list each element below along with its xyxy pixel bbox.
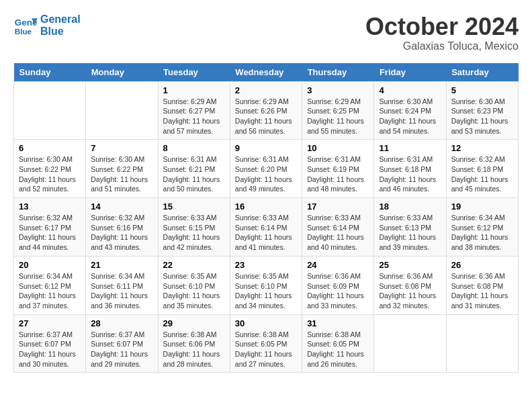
day-number: 31 [307, 318, 369, 328]
day-cell: 5Sunrise: 6:30 AM Sunset: 6:23 PM Daylig… [446, 81, 518, 140]
day-number: 4 [379, 85, 441, 95]
day-info: Sunrise: 6:36 AM Sunset: 6:08 PM Dayligh… [451, 272, 508, 310]
day-cell: 11Sunrise: 6:31 AM Sunset: 6:18 PM Dayli… [374, 140, 446, 198]
day-info: Sunrise: 6:38 AM Sunset: 6:05 PM Dayligh… [307, 330, 364, 368]
week-row-5: 27Sunrise: 6:37 AM Sunset: 6:07 PM Dayli… [14, 314, 519, 373]
day-number: 30 [235, 318, 297, 328]
day-number: 9 [235, 143, 297, 153]
day-info: Sunrise: 6:35 AM Sunset: 6:10 PM Dayligh… [163, 272, 220, 310]
day-info: Sunrise: 6:32 AM Sunset: 6:16 PM Dayligh… [91, 214, 148, 251]
day-cell: 16Sunrise: 6:33 AM Sunset: 6:14 PM Dayli… [230, 198, 302, 257]
day-cell: 14Sunrise: 6:32 AM Sunset: 6:16 PM Dayli… [86, 198, 158, 257]
day-number: 19 [451, 201, 513, 212]
day-number: 29 [163, 318, 225, 328]
week-row-4: 20Sunrise: 6:34 AM Sunset: 6:12 PM Dayli… [14, 256, 519, 314]
svg-text:Blue: Blue [15, 27, 32, 36]
day-number: 12 [451, 143, 513, 153]
day-cell: 7Sunrise: 6:30 AM Sunset: 6:22 PM Daylig… [86, 140, 158, 198]
day-cell: 29Sunrise: 6:38 AM Sunset: 6:06 PM Dayli… [158, 314, 230, 373]
day-info: Sunrise: 6:36 AM Sunset: 6:08 PM Dayligh… [379, 272, 436, 310]
logo-icon: General Blue [13, 13, 38, 38]
calendar-title: October 2024 [365, 13, 519, 40]
day-number: 11 [379, 143, 441, 153]
day-cell: 27Sunrise: 6:37 AM Sunset: 6:07 PM Dayli… [14, 314, 86, 373]
col-header-sunday: Sunday [14, 63, 86, 82]
day-info: Sunrise: 6:37 AM Sunset: 6:07 PM Dayligh… [91, 330, 148, 368]
col-header-wednesday: Wednesday [230, 63, 302, 82]
day-cell: 13Sunrise: 6:32 AM Sunset: 6:17 PM Dayli… [14, 198, 86, 257]
day-info: Sunrise: 6:37 AM Sunset: 6:07 PM Dayligh… [19, 330, 76, 368]
day-info: Sunrise: 6:32 AM Sunset: 6:18 PM Dayligh… [451, 155, 508, 193]
day-number: 24 [307, 260, 369, 270]
day-cell: 1Sunrise: 6:29 AM Sunset: 6:27 PM Daylig… [158, 81, 230, 140]
day-info: Sunrise: 6:33 AM Sunset: 6:14 PM Dayligh… [235, 214, 292, 251]
day-number: 14 [91, 201, 152, 212]
day-cell: 6Sunrise: 6:30 AM Sunset: 6:22 PM Daylig… [14, 140, 86, 198]
day-number: 3 [307, 85, 369, 95]
logo-line2: Blue [40, 26, 81, 38]
day-info: Sunrise: 6:38 AM Sunset: 6:05 PM Dayligh… [235, 330, 292, 368]
day-cell: 24Sunrise: 6:36 AM Sunset: 6:09 PM Dayli… [302, 256, 374, 314]
day-cell: 19Sunrise: 6:34 AM Sunset: 6:12 PM Dayli… [446, 198, 518, 257]
col-header-thursday: Thursday [302, 63, 374, 82]
week-row-3: 13Sunrise: 6:32 AM Sunset: 6:17 PM Dayli… [14, 198, 519, 257]
calendar-table: SundayMondayTuesdayWednesdayThursdayFrid… [13, 63, 519, 373]
day-info: Sunrise: 6:29 AM Sunset: 6:25 PM Dayligh… [307, 97, 364, 135]
day-number: 27 [19, 318, 81, 328]
day-info: Sunrise: 6:38 AM Sunset: 6:06 PM Dayligh… [163, 330, 220, 368]
day-cell: 26Sunrise: 6:36 AM Sunset: 6:08 PM Dayli… [446, 256, 518, 314]
col-header-saturday: Saturday [446, 63, 518, 82]
page-header: General Blue General Blue October 2024 G… [13, 13, 519, 52]
col-header-tuesday: Tuesday [158, 63, 230, 82]
col-header-friday: Friday [374, 63, 446, 82]
day-number: 25 [379, 260, 441, 270]
day-info: Sunrise: 6:36 AM Sunset: 6:09 PM Dayligh… [307, 272, 364, 310]
day-number: 23 [235, 260, 297, 270]
day-cell: 30Sunrise: 6:38 AM Sunset: 6:05 PM Dayli… [230, 314, 302, 373]
calendar-subtitle: Galaxias Toluca, Mexico [365, 40, 519, 52]
day-cell: 12Sunrise: 6:32 AM Sunset: 6:18 PM Dayli… [446, 140, 518, 198]
day-number: 16 [235, 201, 297, 212]
day-number: 15 [163, 201, 225, 212]
day-cell [446, 314, 518, 373]
col-header-monday: Monday [86, 63, 158, 82]
day-info: Sunrise: 6:34 AM Sunset: 6:12 PM Dayligh… [451, 214, 508, 251]
day-number: 1 [163, 85, 225, 95]
day-number: 13 [19, 201, 81, 212]
day-cell: 23Sunrise: 6:35 AM Sunset: 6:10 PM Dayli… [230, 256, 302, 314]
day-number: 21 [91, 260, 152, 270]
day-cell: 3Sunrise: 6:29 AM Sunset: 6:25 PM Daylig… [302, 81, 374, 140]
day-cell: 18Sunrise: 6:33 AM Sunset: 6:13 PM Dayli… [374, 198, 446, 257]
day-info: Sunrise: 6:31 AM Sunset: 6:18 PM Dayligh… [379, 155, 436, 193]
week-row-1: 1Sunrise: 6:29 AM Sunset: 6:27 PM Daylig… [14, 81, 519, 140]
day-info: Sunrise: 6:30 AM Sunset: 6:22 PM Dayligh… [91, 155, 148, 193]
day-info: Sunrise: 6:33 AM Sunset: 6:14 PM Dayligh… [307, 214, 364, 251]
day-info: Sunrise: 6:29 AM Sunset: 6:26 PM Dayligh… [235, 97, 292, 135]
day-info: Sunrise: 6:35 AM Sunset: 6:10 PM Dayligh… [235, 272, 292, 310]
day-cell: 20Sunrise: 6:34 AM Sunset: 6:12 PM Dayli… [14, 256, 86, 314]
day-number: 20 [19, 260, 81, 270]
day-number: 2 [235, 85, 297, 95]
day-number: 26 [451, 260, 513, 270]
week-row-2: 6Sunrise: 6:30 AM Sunset: 6:22 PM Daylig… [14, 140, 519, 198]
day-cell: 17Sunrise: 6:33 AM Sunset: 6:14 PM Dayli… [302, 198, 374, 257]
header-row: SundayMondayTuesdayWednesdayThursdayFrid… [14, 63, 519, 82]
day-cell: 22Sunrise: 6:35 AM Sunset: 6:10 PM Dayli… [158, 256, 230, 314]
day-info: Sunrise: 6:33 AM Sunset: 6:13 PM Dayligh… [379, 214, 436, 251]
day-info: Sunrise: 6:29 AM Sunset: 6:27 PM Dayligh… [163, 97, 220, 135]
day-number: 6 [19, 143, 81, 153]
day-info: Sunrise: 6:33 AM Sunset: 6:15 PM Dayligh… [163, 214, 220, 251]
day-cell: 25Sunrise: 6:36 AM Sunset: 6:08 PM Dayli… [374, 256, 446, 314]
day-number: 10 [307, 143, 369, 153]
day-cell [374, 314, 446, 373]
day-cell [86, 81, 158, 140]
day-info: Sunrise: 6:34 AM Sunset: 6:12 PM Dayligh… [19, 272, 76, 310]
day-number: 28 [91, 318, 152, 328]
day-info: Sunrise: 6:30 AM Sunset: 6:22 PM Dayligh… [19, 155, 76, 193]
day-cell: 31Sunrise: 6:38 AM Sunset: 6:05 PM Dayli… [302, 314, 374, 373]
day-cell: 28Sunrise: 6:37 AM Sunset: 6:07 PM Dayli… [86, 314, 158, 373]
day-info: Sunrise: 6:31 AM Sunset: 6:20 PM Dayligh… [235, 155, 292, 193]
title-block: October 2024 Galaxias Toluca, Mexico [365, 13, 519, 52]
day-info: Sunrise: 6:32 AM Sunset: 6:17 PM Dayligh… [19, 214, 76, 251]
day-cell: 4Sunrise: 6:30 AM Sunset: 6:24 PM Daylig… [374, 81, 446, 140]
